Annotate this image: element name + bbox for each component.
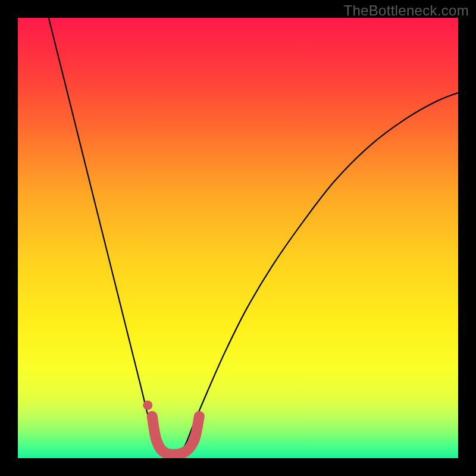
gradient-background <box>18 18 458 458</box>
optimal-point-dot <box>143 400 152 410</box>
chart-frame: TheBottleneck.com <box>0 0 476 476</box>
watermark-text: TheBottleneck.com <box>343 2 469 19</box>
plot-area <box>18 18 458 458</box>
chart-svg <box>18 18 458 458</box>
